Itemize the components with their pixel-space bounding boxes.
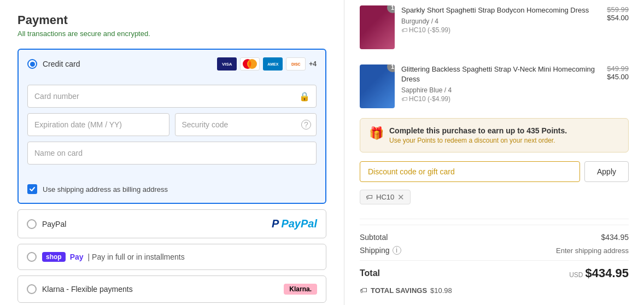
- name-field: [27, 142, 317, 165]
- item-prices-2: $49.99 $45.00: [607, 64, 629, 81]
- savings-row: 🏷 TOTAL SAVINGS $10.98: [360, 286, 629, 295]
- order-item-1: 1 Sparkly Short Spaghetti Strap Bodycon …: [360, 0, 629, 49]
- shipping-row: Shipping i Enter shipping address: [360, 246, 629, 255]
- credit-card-left: Credit card: [27, 59, 80, 69]
- total-label: Total: [360, 268, 380, 278]
- shoppay-header[interactable]: shop Pay | Pay in full or in installment…: [18, 244, 326, 269]
- card-number-input[interactable]: [27, 85, 317, 108]
- totals: Subtotal $434.95 Shipping i Enter shippi…: [360, 225, 629, 295]
- item-discount-code-1: HC10 (-$5.99): [409, 26, 450, 34]
- subtotal-value: $434.95: [601, 233, 629, 242]
- shoppay-left: shop Pay | Pay in full or in installment…: [27, 252, 185, 262]
- gift-icon: 🎁: [369, 126, 384, 140]
- card-number-row: 🔒: [27, 85, 317, 108]
- total-amount: USD $434.95: [569, 266, 629, 280]
- page-title: Payment: [17, 13, 326, 27]
- expiry-field: [27, 113, 169, 136]
- total-final-row: Total USD $434.95: [360, 266, 629, 280]
- discount-input[interactable]: [360, 161, 580, 182]
- klarna-option[interactable]: Klarna - Flexible payments Klarna.: [17, 275, 326, 303]
- shipping-value: Enter shipping address: [556, 247, 629, 255]
- credit-card-option[interactable]: Credit card VISA AMEX DISC +4 🔒: [17, 49, 326, 204]
- savings-label: TOTAL SAVINGS: [371, 286, 427, 295]
- paypal-logo: PPayPal: [272, 218, 317, 230]
- billing-checkbox-label: Use shipping address as billing address: [43, 185, 168, 193]
- secure-text: All transactions are secure and encrypte…: [17, 30, 326, 38]
- points-main: Complete this purchase to earn up to 435…: [389, 126, 567, 135]
- apply-button[interactable]: Apply: [584, 161, 629, 182]
- total-usd: USD: [569, 271, 583, 279]
- item-badge-2: 1: [387, 64, 395, 72]
- paypal-left: PayPal: [27, 219, 66, 229]
- amex-logo: AMEX: [263, 57, 283, 71]
- remove-coupon-button[interactable]: ✕: [397, 193, 405, 201]
- item-price-sale-2: $45.00: [607, 73, 629, 81]
- item-discount-1: 🏷 HC10 (-$5.99): [401, 26, 600, 34]
- item-variant-2: Sapphire Blue / 4: [401, 86, 600, 94]
- klarna-radio[interactable]: [27, 284, 37, 294]
- klarna-header[interactable]: Klarna - Flexible payments Klarna.: [18, 276, 326, 302]
- divider: [360, 219, 629, 219]
- paypal-radio[interactable]: [27, 219, 37, 229]
- shoppay-suffix: | Pay in full or in installments: [88, 253, 185, 261]
- item-prices-1: $59.99 $54.00: [607, 5, 629, 22]
- points-sub: Use your Points to redeem a discount on …: [389, 137, 567, 144]
- payment-panel: Payment All transactions are secure and …: [0, 0, 344, 305]
- item-price-sale-1: $54.00: [607, 14, 629, 22]
- plus-badge: +4: [309, 60, 317, 68]
- security-input[interactable]: [175, 113, 317, 136]
- klarna-label: Klarna - Flexible payments: [42, 285, 133, 294]
- totals-divider: [360, 260, 629, 261]
- credit-card-radio[interactable]: [27, 59, 37, 69]
- visa-logo: VISA: [217, 57, 237, 71]
- question-icon: ?: [301, 120, 311, 130]
- shoppay-badge: shop: [42, 252, 66, 262]
- item-badge-1: 1: [387, 5, 395, 13]
- subtotal-label: Subtotal: [360, 233, 388, 242]
- coupon-tag: 🏷 HC10 ✕: [360, 190, 411, 204]
- item-discount-code-2: HC10 (-$4.99): [409, 95, 450, 103]
- shoppay-word: Pay: [70, 253, 84, 261]
- shoppay-label: shop Pay | Pay in full or in installment…: [42, 252, 185, 262]
- points-banner: 🎁 Complete this purchase to earn up to 4…: [360, 118, 629, 152]
- billing-checkbox-row[interactable]: Use shipping address as billing address: [19, 179, 325, 203]
- name-input[interactable]: [27, 142, 317, 165]
- checkmark-icon: [29, 186, 36, 192]
- subtotal-row: Subtotal $434.95: [360, 233, 629, 242]
- item-details-2: Glittering Backless Spaghetti Strap V-Ne…: [401, 64, 600, 103]
- card-logos: VISA AMEX DISC +4: [217, 57, 317, 71]
- security-field: ?: [175, 113, 317, 136]
- card-form: 🔒 ?: [19, 78, 325, 179]
- discount-row: Apply: [360, 161, 629, 182]
- paypal-option[interactable]: PayPal PPayPal: [17, 209, 326, 238]
- coupon-tag-icon: 🏷: [366, 193, 373, 201]
- name-row: [27, 142, 317, 165]
- klarna-badge: Klarna.: [284, 284, 317, 295]
- shoppay-option[interactable]: shop Pay | Pay in full or in installment…: [17, 244, 326, 270]
- discover-logo: DISC: [286, 57, 306, 71]
- billing-checkbox[interactable]: [27, 184, 37, 194]
- lock-icon: 🔒: [299, 91, 310, 102]
- mastercard-logo: [240, 57, 260, 71]
- total-value: $434.95: [585, 266, 629, 280]
- item-img-1: 1: [360, 5, 395, 49]
- savings-icon: 🏷: [360, 286, 367, 295]
- shipping-info-icon[interactable]: i: [393, 246, 401, 255]
- card-details-row: ?: [27, 113, 317, 136]
- shoppay-radio[interactable]: [27, 252, 37, 262]
- paypal-label: PayPal: [42, 220, 66, 228]
- shipping-label: Shipping i: [360, 246, 401, 255]
- item-img-2: 1: [360, 64, 395, 108]
- order-item-2: 1 Glittering Backless Spaghetti Strap V-…: [360, 59, 629, 108]
- item-price-original-1: $59.99: [607, 5, 629, 14]
- expiry-input[interactable]: [27, 113, 169, 136]
- card-number-field: 🔒: [27, 85, 317, 108]
- paypal-header[interactable]: PayPal PPayPal: [18, 210, 326, 238]
- item-discount-2: 🏷 HC10 (-$4.99): [401, 95, 600, 103]
- klarna-left: Klarna - Flexible payments: [27, 284, 133, 294]
- order-summary-panel: 1 Sparkly Short Spaghetti Strap Bodycon …: [344, 0, 644, 305]
- item-name-1: Sparkly Short Spaghetti Strap Bodycon Ho…: [401, 5, 600, 15]
- item-price-original-2: $49.99: [607, 64, 629, 73]
- savings-value: $10.98: [430, 286, 452, 295]
- credit-card-header[interactable]: Credit card VISA AMEX DISC +4: [19, 50, 325, 78]
